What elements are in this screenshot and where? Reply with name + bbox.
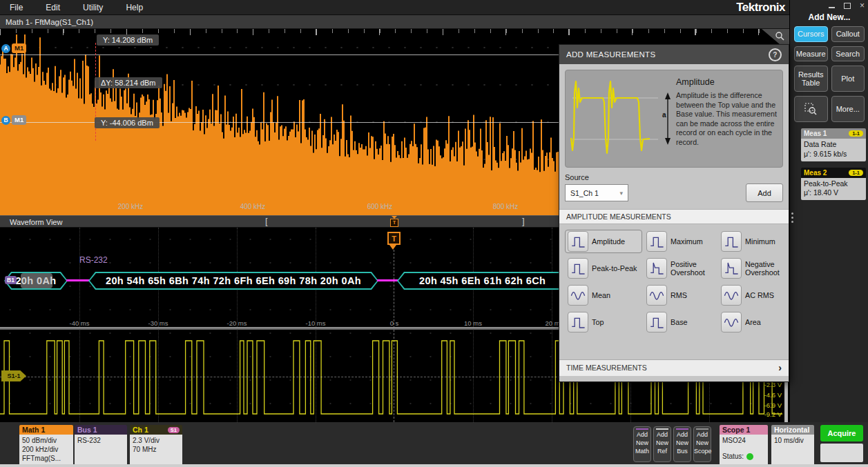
measurement-rms[interactable]: RMS: [644, 284, 717, 307]
menu-file[interactable]: File: [10, 3, 23, 12]
tektronix-logo: Tektronix: [736, 1, 785, 14]
add-button[interactable]: Add: [746, 183, 783, 202]
math1-badge[interactable]: Math 1 50 dBm/div 200 kHz/div FFTmag(S..…: [19, 425, 73, 466]
bus1-handle-badge[interactable]: B1: [5, 276, 17, 284]
bus-idle-line: [66, 279, 90, 281]
freq-label-800k: 800 kHz: [485, 203, 526, 210]
measurement-peak-to-peak[interactable]: Peak-to-Peak: [565, 257, 642, 280]
more-button[interactable]: More...: [831, 96, 865, 122]
bus-packet: 20h 54h 65h 6Bh 74h 72h 6Fh 6Eh 69h 78h …: [88, 272, 378, 290]
restore-icon[interactable]: [844, 3, 851, 9]
search-button[interactable]: Search: [831, 46, 865, 62]
tekscope-app: File Edit Utility Help Tektronix Math 1-…: [0, 0, 868, 467]
s1-tag: S1: [168, 427, 180, 433]
measurement-grid: Amplitude Maximum Minimum Peak-to-Peak P…: [565, 230, 783, 334]
measure-button[interactable]: Measure: [794, 46, 828, 62]
plot-button[interactable]: Plot: [831, 66, 865, 92]
add-new-ref-button[interactable]: AddNewRef: [653, 426, 671, 462]
pulse-icon: [568, 312, 588, 332]
cursor-delta-readout: ΔY: 58.214 dBm: [95, 77, 162, 88]
measurement-area[interactable]: Area: [718, 310, 783, 334]
trigger-mini-marker[interactable]: T: [390, 216, 398, 227]
bus1-badge[interactable]: Bus 1 RS-232: [75, 425, 127, 466]
pulse-icon: [568, 231, 588, 252]
preview-title: Amplitude: [676, 77, 780, 87]
overshoot-icon: [721, 258, 742, 279]
time-label: -10 ms: [300, 319, 331, 327]
meas2-count-badge: 1-1: [849, 170, 863, 176]
preview-description: Amplitude is the difference between the …: [676, 91, 780, 147]
add-new-math-button[interactable]: AddNewMath: [633, 426, 651, 462]
menu-help[interactable]: Help: [126, 3, 143, 12]
measurement-base[interactable]: Base: [644, 310, 717, 334]
dialog-resize-grip[interactable]: [791, 212, 793, 223]
meas2-badge[interactable]: Meas 2 1-1 Peak-to-Peak μ': 18.40 V: [801, 168, 866, 200]
cursor-a-badge: A: [1, 44, 10, 53]
measurement-mean[interactable]: Mean: [565, 284, 642, 307]
measurement-negative-overshoot[interactable]: Negative Overshoot: [718, 257, 783, 280]
cursor-a-handle[interactable]: A M1: [1, 43, 26, 53]
volt-label: -6.9 V: [750, 401, 782, 409]
trigger-flag-tail: [389, 245, 396, 250]
minimize-icon[interactable]: [829, 7, 835, 8]
dialog-title: ADD MEASUREMENTS: [566, 50, 655, 59]
results-table-button[interactable]: Results Table: [794, 66, 828, 92]
sine-icon: [568, 285, 588, 306]
pulse-icon: [646, 231, 667, 252]
acquire-button[interactable]: Acquire: [820, 425, 863, 441]
pulse-icon: [646, 312, 667, 332]
right-panel: × Add New... Cursors Callout Measure Sea…: [789, 0, 868, 422]
freq-label-400k: 400 kHz: [232, 203, 273, 210]
sine-icon: [721, 285, 742, 306]
help-icon[interactable]: ?: [769, 48, 782, 61]
scope1-badge[interactable]: Scope 1 MSO24 Status:: [720, 425, 768, 466]
callout-button[interactable]: Callout: [831, 26, 865, 42]
horizontal-badge[interactable]: Horizontal 10 ms/div: [771, 425, 814, 466]
cursor-b-handle[interactable]: B M1: [1, 115, 26, 125]
meas1-badge[interactable]: Meas 1 1-1 Data Rate μ': 9.615 kb/s: [801, 128, 866, 161]
measurement-ac-rms[interactable]: AC RMS: [718, 284, 783, 307]
meas2-value: μ': 18.40 V: [804, 188, 863, 198]
time-label: 0 s: [379, 319, 409, 327]
close-icon[interactable]: ×: [860, 2, 865, 9]
measurement-minimum[interactable]: Minimum: [718, 230, 783, 253]
status-ok-dot: [746, 453, 753, 460]
cursor-b-readout: Y: -44.006 dBm: [95, 117, 160, 128]
dialog-body: a Amplitude Amplitude is the difference …: [559, 64, 789, 381]
overshoot-icon: [646, 258, 667, 279]
ch1-badge[interactable]: Ch 1 S1 2.3 V/div 70 MHz: [130, 425, 182, 466]
measurement-amplitude[interactable]: Amplitude: [565, 230, 642, 253]
cursors-button[interactable]: Cursors: [794, 26, 828, 42]
add-new-title: Add New...: [790, 12, 868, 22]
menu-edit[interactable]: Edit: [46, 3, 60, 12]
fft-view-titlebar: Math 1- FftMag(S1_Ch1): [0, 15, 789, 29]
source-dropdown[interactable]: S1_Ch 1 ▾: [565, 184, 628, 201]
bus-decode-label: RS-232: [79, 255, 108, 265]
add-measurements-dialog: ADD MEASUREMENTS ? a: [559, 45, 789, 381]
time-label: -30 ms: [143, 319, 173, 327]
zoom-left-bracket: [: [265, 215, 268, 228]
measurement-maximum[interactable]: Maximum: [644, 230, 717, 253]
zoom-select-button[interactable]: [794, 96, 828, 122]
sine-icon: [721, 312, 742, 332]
meas1-type: Data Rate: [804, 140, 863, 150]
cursor-a-readout: Y: 14.208 dBm: [97, 34, 159, 46]
menu-utility[interactable]: Utility: [83, 3, 103, 12]
bus-drag-handle[interactable]: [21, 273, 52, 288]
dialog-titlebar[interactable]: ADD MEASUREMENTS ?: [559, 45, 789, 64]
measurement-top[interactable]: Top: [565, 310, 642, 334]
acquire-secondary-box[interactable]: [820, 444, 863, 462]
amplitude-arrow: a: [662, 72, 673, 166]
zoom-right-bracket: ]: [522, 215, 525, 228]
amplitude-section-header: AMPLITUDE MEASUREMENTS: [559, 209, 789, 224]
bottom-edge: [0, 464, 868, 467]
trigger-flag[interactable]: T: [387, 232, 401, 245]
measurement-positive-overshoot[interactable]: Positive Overshoot: [644, 257, 717, 280]
add-new-scope-button[interactable]: AddNewScope: [693, 426, 711, 462]
cursor-b-badge: B: [1, 116, 10, 125]
zoom-select-icon: [804, 102, 818, 116]
add-new-bus-button[interactable]: AddNewBus: [673, 426, 691, 462]
time-measurements-expander[interactable]: TIME MEASUREMENTS ›: [559, 359, 789, 376]
cursor-a-source-badge: M1: [12, 43, 26, 53]
meas2-type: Peak-to-Peak: [804, 179, 863, 189]
